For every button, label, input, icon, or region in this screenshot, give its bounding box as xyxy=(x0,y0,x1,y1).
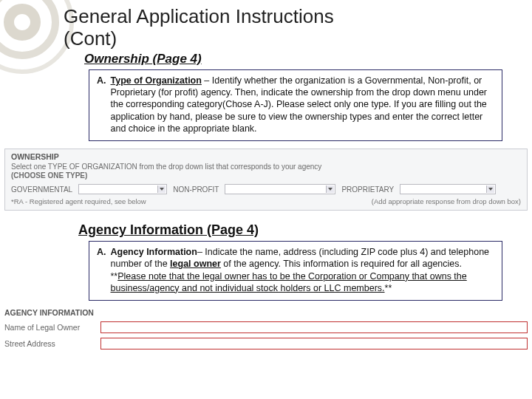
ownership-form-header: OWNERSHIP xyxy=(11,152,521,161)
legal-owner-name-label: Name of Legal Owner xyxy=(4,323,93,332)
ra-note: *RA - Registered agent required, see bel… xyxy=(11,197,146,205)
agency-address-row: Street Address xyxy=(4,338,528,349)
agency-item-lead: Agency Information xyxy=(111,247,197,257)
agency-instruction-box: A. Agency Information– Indicate the name… xyxy=(89,241,502,301)
ownership-item-label: A. xyxy=(97,75,111,134)
legal-owner-text: legal owner xyxy=(170,259,221,269)
title-line-1: General Application Instructions xyxy=(64,5,334,27)
ownership-item-lead: Type of Organization xyxy=(111,75,202,86)
governmental-label: GOVERNMENTAL xyxy=(11,185,72,194)
ownership-form-row: GOVERNMENTAL NON-PROFIT PROPRIETARY xyxy=(11,184,521,194)
agency-heading: Agency Information (Page 4) xyxy=(78,222,502,238)
street-address-label: Street Address xyxy=(4,339,93,348)
proprietary-label: PROPRIETARY xyxy=(341,185,394,194)
ownership-form-subtext: Select one TYPE OF ORGANIZATION from the… xyxy=(11,163,521,171)
nonprofit-label: NON-PROFIT xyxy=(173,185,219,194)
title-line-2: (Cont) xyxy=(64,27,117,50)
agency-note-text: Please note that the legal owner has to … xyxy=(111,271,467,293)
chevron-down-icon xyxy=(328,188,332,191)
ownership-heading: Ownership (Page 4) xyxy=(84,52,502,66)
agency-form-header: AGENCY INFORMATION xyxy=(4,308,528,317)
governmental-select[interactable] xyxy=(78,184,167,194)
proprietary-select[interactable] xyxy=(400,184,496,194)
page-title: General Application Instructions (Cont) xyxy=(64,6,502,50)
street-address-field[interactable] xyxy=(100,338,528,349)
ownership-form-choose: (CHOOSE ONE TYPE) xyxy=(11,171,521,180)
chevron-down-icon xyxy=(488,188,493,191)
agency-form-strip: AGENCY INFORMATION Name of Legal Owner S… xyxy=(4,308,528,349)
agency-name-row: Name of Legal Owner xyxy=(4,321,528,333)
nonprofit-select[interactable] xyxy=(225,184,335,194)
chevron-down-icon xyxy=(160,188,164,191)
legal-owner-name-field[interactable] xyxy=(100,321,528,333)
agency-item-label: A. xyxy=(97,246,111,294)
agency-text-3: ** xyxy=(385,283,392,293)
ownership-instruction-box: A. Type of Organization – Identify wheth… xyxy=(89,69,502,141)
dropdown-hint: (Add appropriate response from drop down… xyxy=(372,197,521,205)
ownership-form-strip: OWNERSHIP Select one TYPE OF ORGANIZATIO… xyxy=(4,149,528,211)
agency-item-body: Agency Information– Indicate the name, a… xyxy=(111,246,495,294)
ownership-item-body: Type of Organization – Identify whether … xyxy=(111,75,495,134)
